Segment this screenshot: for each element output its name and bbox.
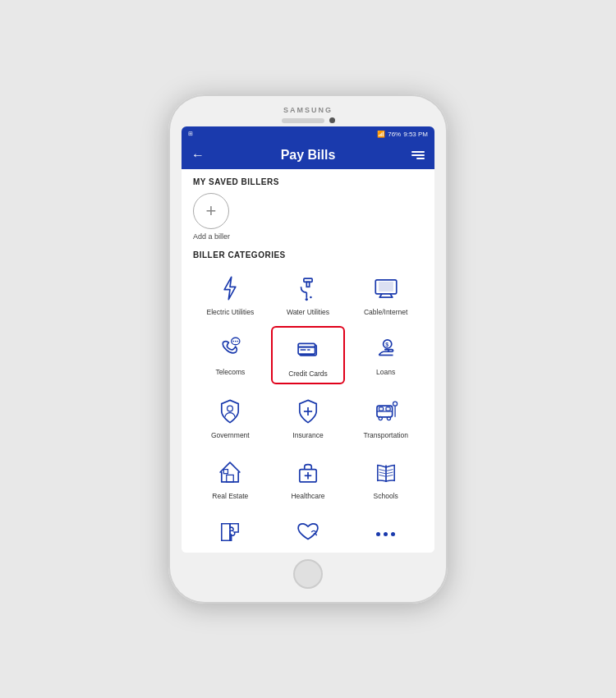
dot-2 bbox=[384, 532, 388, 536]
loans-icon: $ bbox=[370, 333, 402, 364]
svg-rect-28 bbox=[386, 407, 390, 411]
time-display: 9:53 PM bbox=[403, 131, 428, 138]
brand-label: SAMSUNG bbox=[283, 106, 333, 114]
phone-frame: SAMSUNG ⊞ 📶 76% 9:53 PM ← Pay Bills bbox=[168, 94, 448, 604]
svg-rect-18 bbox=[301, 349, 306, 351]
wifi-icon: 📶 bbox=[377, 131, 385, 138]
svg-rect-35 bbox=[224, 469, 228, 473]
credit-cards-icon bbox=[292, 334, 324, 365]
biller-government[interactable]: Government bbox=[193, 389, 268, 444]
biller-more[interactable] bbox=[348, 510, 423, 553]
status-right: 📶 76% 9:53 PM bbox=[377, 131, 428, 138]
phone-top: SAMSUNG bbox=[173, 106, 443, 125]
svg-line-42 bbox=[387, 469, 393, 471]
transportation-icon bbox=[370, 396, 402, 427]
government-icon bbox=[214, 396, 246, 427]
svg-rect-27 bbox=[379, 407, 383, 411]
biller-loans[interactable]: $ Loans bbox=[348, 326, 423, 384]
add-biller-area: + Add a biller bbox=[193, 193, 423, 241]
back-button[interactable]: ← bbox=[191, 148, 205, 163]
biller-real-estate[interactable]: Real Estate bbox=[193, 450, 268, 505]
battery-level: 76% bbox=[388, 131, 401, 138]
svg-point-4 bbox=[306, 298, 308, 301]
electric-icon bbox=[214, 273, 246, 304]
menu-line-1 bbox=[411, 151, 425, 153]
telecoms-label: Telecoms bbox=[215, 368, 245, 376]
svg-rect-16 bbox=[298, 344, 315, 355]
add-biller-button[interactable]: + bbox=[193, 193, 229, 229]
add-biller-label: Add a biller bbox=[193, 232, 230, 241]
svg-line-39 bbox=[379, 469, 385, 471]
svg-point-45 bbox=[315, 534, 317, 535]
credit-cards-label: Credit Cards bbox=[288, 370, 328, 378]
svg-point-22 bbox=[228, 406, 233, 412]
biller-schools[interactable]: Schools bbox=[348, 450, 423, 505]
insurance-label: Insurance bbox=[292, 431, 323, 439]
front-camera bbox=[329, 117, 335, 123]
healthcare-label: Healthcare bbox=[291, 492, 324, 500]
insurance-icon bbox=[292, 396, 324, 427]
svg-point-5 bbox=[310, 296, 312, 299]
schools-label: Schools bbox=[374, 492, 398, 500]
healthcare-icon bbox=[292, 457, 324, 488]
svg-line-44 bbox=[387, 475, 393, 476]
svg-point-12 bbox=[233, 341, 235, 342]
transportation-label: Transportation bbox=[363, 431, 408, 439]
biller-categories-grid: Electric Utilities bbox=[193, 266, 423, 553]
biller-misc1[interactable] bbox=[193, 510, 268, 553]
biller-insurance[interactable]: Insurance bbox=[271, 389, 346, 444]
more-dots bbox=[376, 524, 395, 540]
real-estate-icon bbox=[214, 457, 246, 488]
schools-icon bbox=[370, 457, 402, 488]
more-icon bbox=[370, 517, 402, 548]
svg-point-13 bbox=[235, 341, 237, 342]
screen-content: MY SAVED BILLERS + Add a biller BILLER C… bbox=[182, 169, 434, 553]
svg-rect-7 bbox=[379, 282, 393, 291]
speaker-grille bbox=[282, 118, 324, 123]
page-title: Pay Bills bbox=[281, 148, 336, 163]
svg-line-43 bbox=[387, 472, 393, 474]
biller-misc2[interactable] bbox=[271, 510, 346, 553]
cable-icon bbox=[370, 273, 402, 304]
cable-label: Cable/Internet bbox=[364, 308, 407, 316]
biller-telecoms[interactable]: Telecoms bbox=[193, 326, 268, 384]
svg-text:$: $ bbox=[385, 342, 388, 348]
charity-icon bbox=[292, 517, 324, 548]
svg-marker-33 bbox=[220, 462, 240, 482]
water-icon bbox=[292, 273, 324, 304]
svg-line-40 bbox=[379, 472, 385, 474]
biller-categories-title: BILLER CATEGORIES bbox=[193, 250, 423, 259]
real-estate-label: Real Estate bbox=[212, 492, 248, 500]
water-label: Water Utilities bbox=[287, 308, 329, 316]
phone-screen: ⊞ 📶 76% 9:53 PM ← Pay Bills MY SAVED BIL… bbox=[182, 126, 434, 553]
loans-label: Loans bbox=[376, 368, 395, 376]
biller-water-utilities[interactable]: Water Utilities bbox=[271, 266, 346, 321]
biller-electric-utilities[interactable]: Electric Utilities bbox=[193, 266, 268, 321]
telecoms-icon bbox=[214, 333, 246, 364]
dot-3 bbox=[391, 532, 395, 536]
svg-point-14 bbox=[237, 341, 239, 342]
app-header: ← Pay Bills bbox=[182, 141, 434, 169]
saved-billers-title: MY SAVED BILLERS bbox=[193, 177, 423, 186]
biller-cable-internet[interactable]: Cable/Internet bbox=[348, 266, 423, 321]
speaker-camera-row bbox=[282, 117, 335, 123]
biller-transportation[interactable]: Transportation bbox=[348, 389, 423, 444]
biller-healthcare[interactable]: Healthcare bbox=[271, 450, 346, 505]
svg-rect-2 bbox=[306, 282, 309, 287]
biller-credit-cards[interactable]: Credit Cards bbox=[271, 326, 346, 384]
home-button[interactable] bbox=[293, 559, 323, 589]
svg-rect-19 bbox=[307, 349, 310, 351]
menu-line-3 bbox=[416, 158, 425, 159]
menu-line-2 bbox=[411, 154, 425, 156]
status-left-icon: ⊞ bbox=[188, 131, 193, 137]
dot-1 bbox=[376, 532, 380, 536]
menu-button[interactable] bbox=[411, 151, 425, 159]
svg-point-32 bbox=[393, 402, 397, 406]
svg-marker-0 bbox=[225, 277, 237, 299]
svg-rect-34 bbox=[227, 475, 234, 482]
svg-line-41 bbox=[379, 475, 385, 476]
electric-label: Electric Utilities bbox=[207, 308, 255, 316]
puzzle-icon bbox=[214, 517, 246, 548]
government-label: Government bbox=[211, 431, 250, 439]
status-bar: ⊞ 📶 76% 9:53 PM bbox=[182, 126, 434, 141]
